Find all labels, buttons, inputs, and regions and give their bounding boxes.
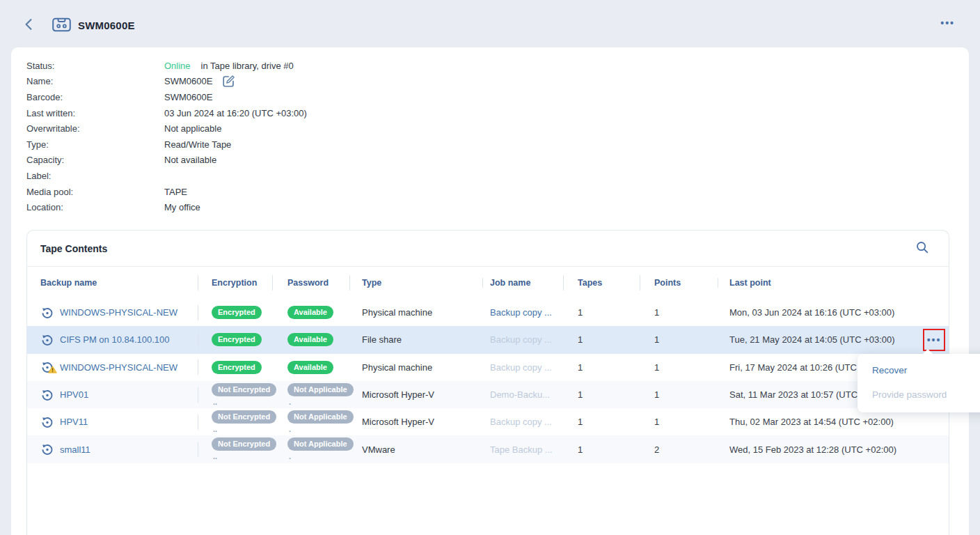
password-badge: Not Applicable <box>287 410 354 424</box>
last-point-cell: Wed, 15 Feb 2023 at 12:28 (UTC +02:00) <box>718 444 949 455</box>
job-name-link[interactable]: Backup copy ... <box>490 307 552 318</box>
restore-point-icon <box>40 306 54 320</box>
detail-row-media-pool: Media pool: TAPE <box>26 184 307 200</box>
tapes-cell: 1 <box>563 362 640 373</box>
type-cell: Physical machine <box>349 362 482 373</box>
table-row[interactable]: HPV01 Not Encrypted.. Not Applicable. Mi… <box>27 381 949 408</box>
detail-row-name: Name: SWM0600E <box>26 74 307 90</box>
password-badge: Available <box>287 333 333 346</box>
status-online-value: Online <box>164 61 191 71</box>
encryption-badge: Encrypted <box>212 306 262 319</box>
job-name-text: Demo-Backu... <box>490 389 550 400</box>
restore-point-icon <box>40 388 54 402</box>
detail-row-location: Location: My office <box>26 199 307 215</box>
col-points[interactable]: Points <box>640 278 718 288</box>
page-overflow-menu-button[interactable]: ••• <box>940 21 955 25</box>
col-password[interactable]: Password <box>272 278 349 288</box>
search-icon[interactable] <box>915 240 929 257</box>
tapes-cell: 1 <box>563 417 640 427</box>
detail-row-type: Type: Read/Write Tape <box>26 137 307 153</box>
menu-item-recover[interactable]: Recover <box>858 358 980 382</box>
tape-cassette-icon <box>52 17 71 35</box>
encryption-badge: Not Encrypted <box>212 410 276 424</box>
points-cell: 1 <box>640 417 718 427</box>
job-name-text: Backup copy ... <box>490 362 552 373</box>
password-badge: Not Applicable <box>287 383 354 396</box>
col-tapes[interactable]: Tapes <box>563 278 640 288</box>
password-badge: Available <box>287 361 333 374</box>
status-location-text: in Tape library, drive #0 <box>201 61 294 71</box>
col-job-name[interactable]: Job name <box>482 278 563 288</box>
type-cell: Physical machine <box>349 307 482 318</box>
type-cell: Microsoft Hyper-V <box>349 389 482 400</box>
job-name-text: Backup copy ... <box>490 334 552 345</box>
points-cell: 1 <box>640 307 718 318</box>
tape-properties-list: Status: Onlinein Tape library, drive #0 … <box>26 58 307 215</box>
table-row[interactable]: WINDOWS-PHYSICAL-NEW Encrypted Available… <box>27 299 949 326</box>
last-point-cell: Thu, 02 Mar 2023 at 14:54 (UTC +02:00) <box>718 417 949 427</box>
detail-row-label: Label: <box>26 168 307 184</box>
backup-name-link[interactable]: CIFS PM on 10.84.100.100 <box>60 334 170 345</box>
detail-row-capacity: Capacity: Not available <box>26 153 307 169</box>
backup-name-link[interactable]: WINDOWS-PHYSICAL-NEW <box>60 307 177 318</box>
table-row[interactable]: HPV11 Not Encrypted.. Not Applicable. Mi… <box>27 408 949 435</box>
backup-name-link[interactable]: small11 <box>60 444 90 455</box>
menu-item-provide-password: Provide password <box>858 382 980 407</box>
table-row[interactable]: small11 Not Encrypted.. Not Applicable. … <box>27 435 949 463</box>
tape-contents-header: Tape Contents <box>27 231 949 267</box>
encryption-badge: Encrypted <box>212 333 262 346</box>
detail-row-status: Status: Onlinein Tape library, drive #0 <box>26 58 307 74</box>
restore-point-icon <box>40 333 54 347</box>
points-cell: 1 <box>640 389 718 400</box>
encryption-badge: Encrypted <box>212 361 262 374</box>
tape-details-panel: Status: Onlinein Tape library, drive #0 … <box>11 47 969 535</box>
password-badge: Available <box>287 306 333 319</box>
backup-name-link[interactable]: WINDOWS-PHYSICAL-NEW <box>60 362 177 373</box>
table-row[interactable]: WINDOWS-PHYSICAL-NEW Encrypted Available… <box>27 354 949 381</box>
tape-name-value: SWM0600E <box>164 76 212 86</box>
click-highlight-annotation: ••• <box>923 329 945 351</box>
edit-name-icon[interactable] <box>222 75 235 90</box>
points-cell: 1 <box>640 362 718 373</box>
row-actions-menu-button[interactable]: ••• <box>927 338 942 342</box>
job-name-text: Backup copy ... <box>490 417 552 427</box>
detail-row-overwritable: Overwritable: Not applicable <box>26 121 307 137</box>
points-cell: 1 <box>640 334 718 345</box>
col-backup-name[interactable]: Backup name <box>27 278 198 288</box>
backup-name-link[interactable]: HPV11 <box>60 417 88 427</box>
points-cell: 2 <box>640 444 718 455</box>
restore-point-icon <box>40 442 54 456</box>
encryption-badge: Not Encrypted <box>212 437 276 451</box>
tapes-cell: 1 <box>563 444 640 455</box>
col-type[interactable]: Type <box>349 278 482 288</box>
type-cell: Microsoft Hyper-V <box>349 417 482 427</box>
last-point-cell: Tue, 21 May 2024 at 14:05 (UTC +03:00) <box>718 334 949 345</box>
back-icon[interactable] <box>24 18 35 31</box>
restore-point-warning-icon <box>40 360 54 374</box>
tapes-cell: 1 <box>563 334 640 345</box>
type-cell: File share <box>349 334 482 345</box>
warning-triangle-icon <box>48 365 57 375</box>
table-row-selected[interactable]: CIFS PM on 10.84.100.100 Encrypted Avail… <box>27 326 949 353</box>
col-encryption[interactable]: Encryption <box>198 278 272 288</box>
row-context-menu: Recover Provide password <box>858 354 980 412</box>
page-title: SWM0600E <box>78 20 135 31</box>
detail-row-last-written: Last written: 03 Jun 2024 at 16:20 (UTC … <box>26 105 307 121</box>
type-cell: VMware <box>349 444 482 455</box>
col-last-point[interactable]: Last point <box>718 278 949 288</box>
tapes-cell: 1 <box>563 307 640 318</box>
detail-row-barcode: Barcode: SWM0600E <box>26 89 307 105</box>
tape-contents-panel: Tape Contents Backup name Encryption Pas… <box>26 230 949 535</box>
tape-contents-title: Tape Contents <box>40 243 107 254</box>
encryption-badge: Not Encrypted <box>212 383 276 396</box>
top-bar: SWM0600E ••• <box>0 0 980 45</box>
job-name-text: Tape Backup ... <box>490 444 553 455</box>
restore-point-icon <box>40 415 54 429</box>
backup-name-link[interactable]: HPV01 <box>60 389 88 400</box>
table-header-row: Backup name Encryption Password Type Job… <box>27 267 949 299</box>
last-point-cell: Mon, 03 Jun 2024 at 16:16 (UTC +03:00) <box>718 307 949 318</box>
tapes-cell: 1 <box>563 389 640 400</box>
password-badge: Not Applicable <box>287 437 354 451</box>
